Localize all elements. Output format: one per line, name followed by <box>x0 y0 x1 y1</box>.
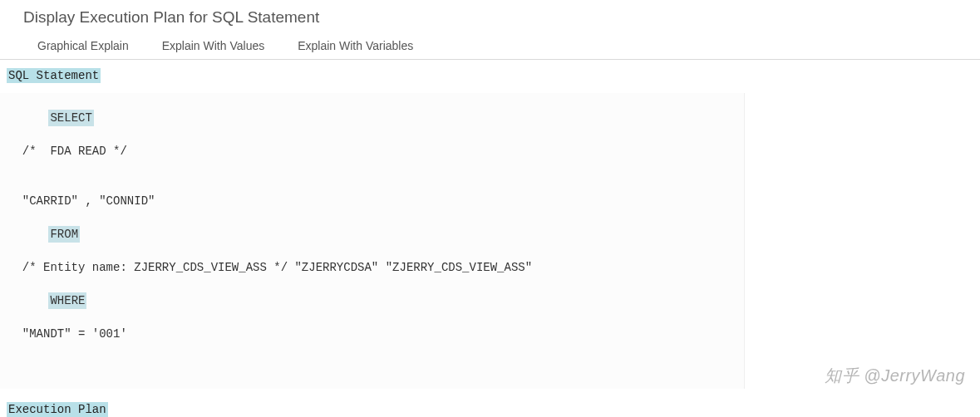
execution-plan-heading: Execution Plan <box>7 402 108 417</box>
sql-entity-line: /* Entity name: ZJERRY_CDS_VIEW_ASS */ "… <box>7 259 737 276</box>
sql-columns-line: "CARRID" , "CONNID" <box>7 193 737 209</box>
sql-keyword-select: SELECT <box>48 110 93 126</box>
sql-where-line: "MANDT" = '001' <box>7 326 737 342</box>
sql-keyword-where: WHERE <box>48 292 86 309</box>
sql-section: SQL Statement SELECT /* FDA READ */ "CAR… <box>0 60 980 389</box>
tab-explain-with-values[interactable]: Explain With Values <box>162 39 264 52</box>
page-title: Display Execution Plan for SQL Statement <box>0 0 980 33</box>
sql-keyword-from: FROM <box>48 226 80 243</box>
sql-comment-line: /* FDA READ */ <box>7 143 737 159</box>
tab-bar: Graphical Explain Explain With Values Ex… <box>0 33 980 60</box>
sql-statement-heading: SQL Statement <box>7 68 101 83</box>
tab-graphical-explain[interactable]: Graphical Explain <box>37 39 129 52</box>
sql-container: SELECT /* FDA READ */ "CARRID" , "CONNID… <box>0 93 745 389</box>
sql-block: SELECT /* FDA READ */ "CARRID" , "CONNID… <box>7 93 737 375</box>
execution-plan-section: Execution Plan Operation Options Object_… <box>0 394 980 417</box>
tab-explain-with-variables[interactable]: Explain With Variables <box>298 39 413 52</box>
